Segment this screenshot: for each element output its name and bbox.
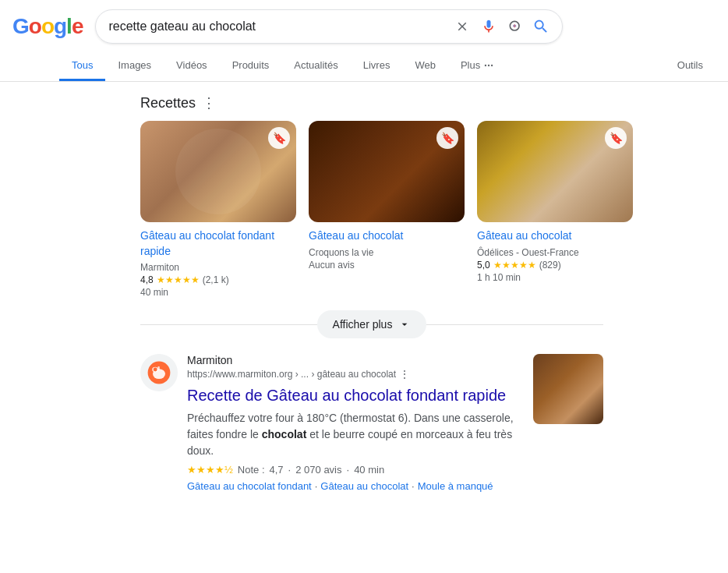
search-result-1: Marmiton https://www.marmiton.org › ... …	[140, 354, 603, 492]
header-top: Google recette gateau au chocolat	[12, 9, 716, 44]
result-meta: ★★★★½ Note : 4,7 · 2 070 avis · 40 min	[187, 464, 524, 476]
search-icons	[453, 17, 550, 36]
result-body: Marmiton https://www.marmiton.org › ... …	[187, 354, 524, 492]
header: Google recette gateau au chocolat	[0, 0, 728, 82]
result-time: 40 min	[354, 464, 384, 476]
bookmark-button-2[interactable]: 🔖	[436, 127, 458, 149]
search-input[interactable]: recette gateau au chocolat	[108, 19, 453, 34]
lens-button[interactable]	[506, 17, 525, 36]
result-url: https://www.marmiton.org › ... › gâteau …	[187, 369, 396, 380]
recipe-time-1: 40 min	[140, 287, 296, 298]
tab-web[interactable]: Web	[402, 51, 448, 81]
recipe-image-2: 🔖	[309, 121, 465, 222]
recettes-title: Recettes	[140, 95, 196, 111]
main-content: Recettes ⋮ 🔖 Gâteau au chocolat fondant …	[0, 82, 728, 504]
bookmark-button-1[interactable]: 🔖	[268, 127, 290, 149]
result-desc-bold: chocolat	[262, 428, 307, 440]
result-url-row: https://www.marmiton.org › ... › gâteau …	[187, 368, 524, 380]
close-icon	[455, 19, 469, 34]
result-favicon-container	[140, 354, 178, 391]
recipe-time-3: 1 h 10 min	[477, 272, 633, 283]
result-description: Préchauffez votre four à 180°C (thermost…	[187, 410, 524, 459]
recipe-card-2[interactable]: 🔖 Gâteau au chocolat Croquons la vie Auc…	[309, 121, 465, 298]
afficher-plus-label: Afficher plus	[333, 318, 393, 331]
tab-actualites[interactable]: Actualités	[281, 51, 350, 81]
logo-letter-g2: g	[54, 14, 66, 38]
recipe-source-3: Ôdélices - Ouest-France	[477, 247, 633, 258]
recipe-stars-1: ★★★★★	[157, 274, 200, 285]
result-favicon	[140, 354, 178, 391]
logo-letter-e: e	[72, 14, 83, 38]
tab-videos[interactable]: Vidéos	[164, 51, 220, 81]
result-link-1[interactable]: Gâteau au chocolat fondant	[187, 480, 312, 492]
result-thumbnail	[533, 354, 603, 424]
recipe-rating-3: 5,0 ★★★★★ (829)	[477, 260, 633, 271]
recipe-title-2[interactable]: Gâteau au chocolat	[309, 228, 465, 244]
result-reviews: 2 070 avis	[295, 464, 341, 476]
result-link-3[interactable]: Moule à manqué	[418, 480, 493, 492]
tab-livres[interactable]: Livres	[351, 51, 403, 81]
tab-images[interactable]: Images	[105, 51, 164, 81]
divider-right	[426, 324, 603, 325]
result-dot-sep-2: ·	[347, 464, 350, 476]
svg-point-2	[488, 64, 489, 65]
logo-letter-g: G	[12, 14, 29, 38]
lens-icon	[507, 19, 523, 34]
recettes-header: Recettes ⋮	[140, 94, 603, 111]
recipe-rating-value-3: 5,0	[477, 260, 490, 271]
logo-letter-o1: o	[29, 14, 41, 38]
recipe-rating-1: 4,8 ★★★★★ (2,1 k)	[140, 274, 296, 285]
result-source-row: Marmiton	[187, 354, 524, 366]
result-note-label: Note :	[238, 464, 265, 476]
svg-point-8	[154, 368, 157, 372]
result-title[interactable]: Recette de Gâteau au chocolat fondant ra…	[187, 385, 524, 405]
logo-letter-o2: o	[41, 14, 54, 38]
clear-button[interactable]	[453, 17, 472, 36]
tab-tous[interactable]: Tous	[59, 51, 105, 81]
tab-plus[interactable]: Plus	[448, 51, 507, 81]
recipe-image-3: 🔖	[477, 121, 633, 222]
recipe-card-1[interactable]: 🔖 Gâteau au chocolat fondant rapide Marm…	[140, 121, 296, 298]
recipe-rating-count-1: (2,1 k)	[203, 274, 229, 285]
svg-rect-7	[157, 366, 159, 370]
recipe-rating-value-1: 4,8	[140, 274, 154, 285]
recipe-title-3[interactable]: Gâteau au chocolat	[477, 228, 633, 244]
search-icon	[532, 18, 550, 35]
afficher-plus-container: Afficher plus	[140, 310, 603, 338]
svg-point-1	[485, 64, 486, 65]
marmiton-favicon-icon	[147, 360, 171, 385]
recipe-no-review-2: Aucun avis	[309, 260, 465, 271]
tab-outils[interactable]: Outils	[665, 51, 716, 81]
bookmark-button-3[interactable]: 🔖	[605, 127, 627, 149]
more-icon	[483, 60, 494, 71]
recipe-source-1: Marmiton	[140, 262, 296, 273]
search-submit-button[interactable]	[532, 18, 550, 35]
nav-tabs: Tous Images Vidéos Produits Actualités L…	[59, 51, 507, 81]
google-logo[interactable]: Google	[12, 14, 83, 39]
recipe-image-1: 🔖	[140, 121, 296, 222]
result-meta-stars: ★★★★½	[187, 464, 233, 476]
recipe-cards-container: 🔖 Gâteau au chocolat fondant rapide Marm…	[140, 121, 603, 298]
recipe-title-1[interactable]: Gâteau au chocolat fondant rapide	[140, 228, 296, 259]
nav-tabs-container: Tous Images Vidéos Produits Actualités L…	[12, 51, 716, 81]
recettes-options-button[interactable]: ⋮	[202, 94, 216, 111]
result-url-options[interactable]: ⋮	[399, 368, 410, 380]
result-links: Gâteau au chocolat fondant · Gâteau au c…	[187, 480, 524, 492]
tab-produits[interactable]: Produits	[220, 51, 282, 81]
microphone-icon	[481, 19, 497, 34]
result-link-sep-1: ·	[315, 480, 318, 492]
recipe-stars-3: ★★★★★	[493, 260, 536, 271]
divider-left	[140, 324, 317, 325]
recipe-rating-count-3: (829)	[539, 260, 561, 271]
result-dot-sep-1: ·	[288, 464, 292, 476]
result-link-sep-2: ·	[412, 480, 415, 492]
chevron-down-icon	[398, 318, 411, 331]
recipe-source-2: Croquons la vie	[309, 247, 465, 258]
result-rating: 4,7	[270, 464, 284, 476]
voice-search-button[interactable]	[479, 17, 498, 36]
logo-letter-l: l	[66, 14, 72, 38]
recipe-card-3[interactable]: 🔖 Gâteau au chocolat Ôdélices - Ouest-Fr…	[477, 121, 633, 298]
afficher-plus-button[interactable]: Afficher plus	[317, 310, 427, 338]
result-link-2[interactable]: Gâteau au chocolat	[320, 480, 408, 492]
recettes-section: Recettes ⋮ 🔖 Gâteau au chocolat fondant …	[140, 94, 603, 338]
